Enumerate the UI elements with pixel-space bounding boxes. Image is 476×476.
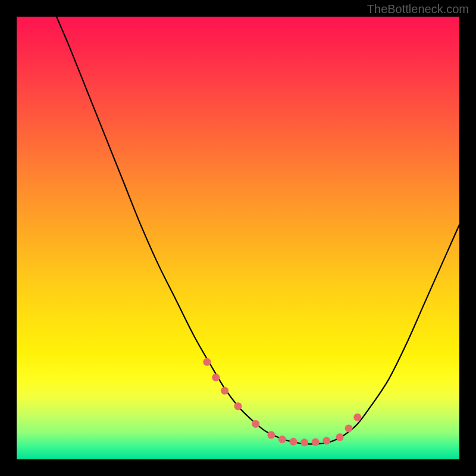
watermark-text: TheBottleneck.com	[367, 2, 469, 16]
highlight-dots-group	[203, 358, 361, 446]
highlight-dot	[300, 439, 308, 446]
highlight-dot	[322, 437, 330, 444]
chart-svg	[17, 17, 459, 459]
highlight-dot	[345, 424, 353, 432]
highlight-dot	[353, 414, 361, 421]
plot-area	[17, 17, 459, 459]
highlight-dot	[278, 436, 286, 443]
highlight-dot	[312, 438, 320, 446]
highlight-dot	[221, 387, 228, 394]
bottleneck-curve	[57, 17, 459, 444]
highlight-dot	[290, 438, 298, 446]
highlight-dot	[234, 402, 242, 410]
highlight-dot	[212, 374, 220, 381]
highlight-dot	[252, 420, 259, 428]
highlight-dot	[267, 431, 275, 439]
highlight-dot	[203, 358, 211, 366]
highlight-dot	[336, 433, 344, 441]
